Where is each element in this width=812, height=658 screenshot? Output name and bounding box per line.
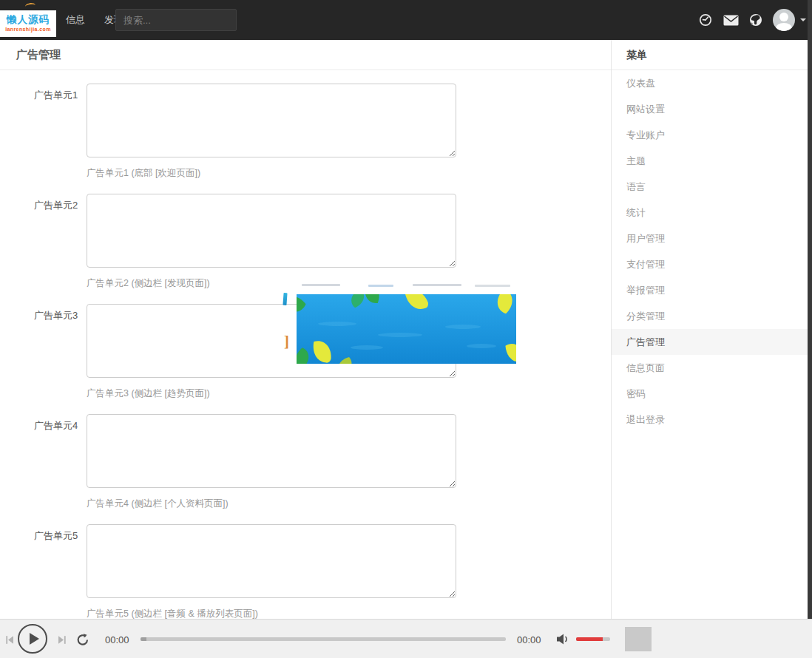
sidebar-item-label: 广告管理 xyxy=(626,336,665,347)
logo-subtitle: lanrenshijia.com xyxy=(0,27,56,32)
sidebar-item[interactable]: 语言 xyxy=(612,174,808,200)
field-label: 广告单元4 xyxy=(34,414,81,510)
sidebar-item-label: 分类管理 xyxy=(626,311,665,322)
field-hint: 广告单元2 (侧边栏 [发现页面]) xyxy=(87,277,456,290)
topbar: 懒人源码 lanrenshijia.com 信息 发现 xyxy=(0,0,812,40)
field-control: 广告单元2 (侧边栏 [发现页面]) xyxy=(87,194,456,290)
field-control: 广告单元4 (侧边栏 [个人资料页面]) xyxy=(87,414,456,510)
avatar-head xyxy=(779,13,788,21)
volume-icon[interactable] xyxy=(556,634,570,648)
current-time: 00:00 xyxy=(105,634,129,645)
field-label: 广告单元2 xyxy=(34,194,81,290)
page-title: 广告管理 xyxy=(16,48,61,62)
field-hint: 广告单元3 (侧边栏 [趋势页面]) xyxy=(87,387,456,400)
ad-unit-textarea-5[interactable] xyxy=(87,524,456,598)
sidebar-item[interactable]: 支付管理 xyxy=(612,251,808,277)
sidebar-item-label: 用户管理 xyxy=(626,233,665,244)
next-track-icon[interactable] xyxy=(57,634,67,648)
volume-fill xyxy=(576,637,603,641)
sidebar-item-label: 仪表盘 xyxy=(626,78,655,89)
logo-title: 懒人源码 xyxy=(0,10,56,27)
sidebar-item[interactable]: 仪表盘 xyxy=(612,70,808,96)
sidebar-item[interactable]: 分类管理 xyxy=(612,303,808,329)
top-nav-item[interactable]: 信息 xyxy=(56,0,95,40)
field-control: 广告单元1 (底部 [欢迎页面]) xyxy=(87,84,456,180)
avatar[interactable] xyxy=(773,9,795,31)
search-box xyxy=(115,9,237,31)
sidebar-item[interactable]: 专业账户 xyxy=(612,122,808,148)
sidebar-item[interactable]: 网站设置 xyxy=(612,96,808,122)
repeat-icon[interactable] xyxy=(75,632,90,650)
field-hint: 广告单元4 (侧边栏 [个人资料页面]) xyxy=(87,498,456,510)
scrollbar-track[interactable] xyxy=(808,0,812,619)
topbar-actions xyxy=(693,0,808,40)
sidebar-items: 仪表盘 网站设置 专业账户 主题 语言 统计 用户管理 支付管理 举报管理 分类… xyxy=(612,70,808,433)
sidebar-item-label: 网站设置 xyxy=(626,104,665,115)
album-art-placeholder xyxy=(625,627,652,651)
sidebar-menu: 菜单 仪表盘 网站设置 专业账户 主题 语言 统计 用户管理 支付管理 举报管理… xyxy=(611,40,808,619)
play-button[interactable] xyxy=(18,624,47,654)
page-title-bar: 广告管理 xyxy=(0,40,611,70)
ad-unit-textarea-2[interactable] xyxy=(87,194,456,268)
sidebar-item[interactable]: 信息页面 xyxy=(612,355,808,381)
logo-swirl-icon xyxy=(25,2,36,10)
ad-unit-textarea-1[interactable] xyxy=(87,84,456,157)
ad-unit-textarea-4[interactable] xyxy=(87,414,456,488)
mail-icon[interactable] xyxy=(718,0,743,40)
field-label: 广告单元5 xyxy=(34,524,81,620)
top-nav-label: 信息 xyxy=(66,14,85,25)
sidebar-item-label: 语言 xyxy=(626,181,646,192)
form-field: 广告单元2 广告单元2 (侧边栏 [发现页面]) xyxy=(34,194,611,290)
sidebar-item[interactable]: 主题 xyxy=(612,148,808,174)
field-label: 广告单元1 xyxy=(34,84,81,180)
sidebar-item[interactable]: 统计 xyxy=(612,200,808,225)
play-icon xyxy=(30,633,39,645)
field-hint: 广告单元1 (底部 [欢迎页面]) xyxy=(87,167,456,180)
sidebar-item-label: 支付管理 xyxy=(626,259,665,270)
site-logo[interactable]: 懒人源码 lanrenshijia.com xyxy=(0,10,56,37)
progress-bar[interactable] xyxy=(141,637,506,641)
globe-icon[interactable] xyxy=(743,0,768,40)
sidebar-item-label: 主题 xyxy=(626,155,646,166)
progress-played xyxy=(141,637,146,641)
avatar-body xyxy=(776,23,792,31)
previous-track-icon[interactable] xyxy=(5,634,15,648)
sidebar-item-label: 退出登录 xyxy=(626,414,665,425)
duration-time: 00:00 xyxy=(517,634,541,645)
volume-bar[interactable] xyxy=(576,637,610,641)
ad-banner-image[interactable] xyxy=(297,294,516,364)
sidebar-item-label: 密码 xyxy=(626,388,646,399)
form-field: 广告单元5 广告单元5 (侧边栏 [音频 & 播放列表页面]) xyxy=(34,524,611,620)
sidebar-title: 菜单 xyxy=(612,40,808,70)
caret-down-icon[interactable] xyxy=(800,18,806,24)
clock-icon[interactable] xyxy=(693,0,718,40)
form-field: 广告单元4 广告单元4 (侧边栏 [个人资料页面]) xyxy=(34,414,611,510)
field-label: 广告单元3 xyxy=(34,304,81,400)
sidebar-item-label: 信息页面 xyxy=(626,362,665,373)
sidebar-item-label: 举报管理 xyxy=(626,285,665,296)
audio-player: 00:00 00:00 xyxy=(0,619,812,658)
sidebar-item[interactable]: 退出登录 xyxy=(612,407,808,433)
sidebar-item[interactable]: 用户管理 xyxy=(612,225,808,251)
sidebar-item[interactable]: 密码 xyxy=(612,381,808,407)
sidebar-item[interactable]: 举报管理 xyxy=(612,277,808,303)
form-field: 广告单元1 广告单元1 (底部 [欢迎页面]) xyxy=(34,84,611,180)
sidebar-item-label: 专业账户 xyxy=(626,129,665,140)
field-control: 广告单元5 (侧边栏 [音频 & 播放列表页面]) xyxy=(87,524,456,620)
sidebar-item-label: 统计 xyxy=(626,207,646,218)
search-input[interactable] xyxy=(115,9,237,31)
sidebar-item[interactable]: 广告管理 xyxy=(612,329,808,355)
